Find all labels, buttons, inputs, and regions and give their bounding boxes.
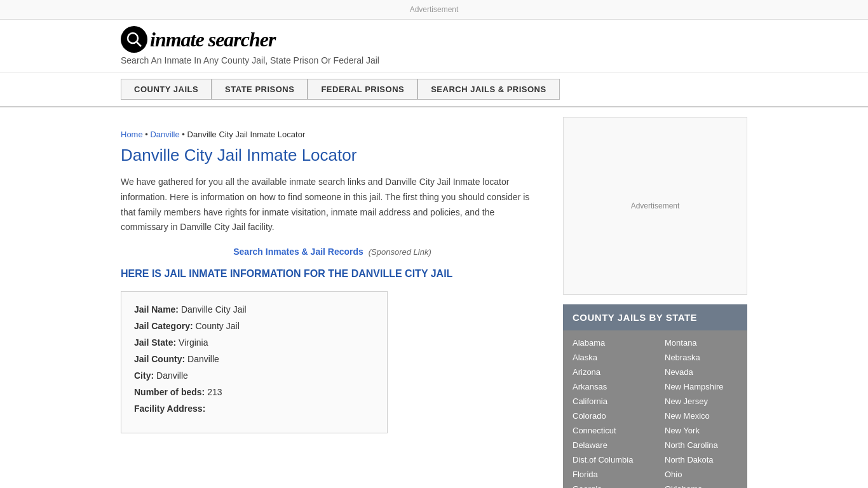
- state-link[interactable]: New York: [655, 423, 747, 438]
- nav: COUNTY JAILS STATE PRISONS FEDERAL PRISO…: [0, 72, 868, 107]
- svg-line-1: [137, 42, 141, 46]
- sidebar: Advertisement COUNTY JAILS BY STATE Alab…: [563, 107, 747, 488]
- state-link[interactable]: Dist.of Columbia: [563, 452, 655, 467]
- state-link[interactable]: North Carolina: [655, 438, 747, 452]
- sidebar-ad-label: Advertisement: [631, 201, 680, 210]
- jail-state-row: Jail State: Virginia: [134, 337, 374, 348]
- state-link[interactable]: Nebraska: [655, 350, 747, 365]
- breadcrumb: Home • Danville • Danville City Jail Inm…: [121, 120, 544, 146]
- breadcrumb-city[interactable]: Danville: [150, 130, 179, 139]
- sponsored-label: (Sponsored Link): [369, 247, 431, 257]
- header: inmate searcher Search An Inmate In Any …: [0, 20, 868, 72]
- state-link[interactable]: Colorado: [563, 409, 655, 423]
- info-box: Jail Name: Danville City Jail Jail Categ…: [121, 291, 388, 433]
- state-link[interactable]: Georgia: [563, 482, 655, 488]
- state-link[interactable]: Nevada: [655, 365, 747, 379]
- logo-icon: [121, 26, 147, 53]
- nav-county-jails[interactable]: COUNTY JAILS: [121, 79, 212, 100]
- jail-county-value: Danville: [187, 354, 219, 364]
- section-heading: HERE IS JAIL INMATE INFORMATION FOR THE …: [121, 268, 544, 280]
- jail-county-row: Jail County: Danville: [134, 354, 374, 364]
- jail-name-label: Jail Name:: [134, 304, 179, 315]
- jail-category-row: Jail Category: County Jail: [134, 321, 374, 331]
- jail-name-value: Danville City Jail: [181, 304, 247, 315]
- beds-label: Number of beds:: [134, 387, 205, 397]
- nav-search-jails[interactable]: SEARCH JAILS & PRISONS: [417, 79, 559, 100]
- description: We have gathered for you all the availab…: [121, 175, 544, 235]
- state-link[interactable]: New Jersey: [655, 394, 747, 409]
- logo-text: inmate searcher: [150, 28, 275, 51]
- main-content: Home • Danville • Danville City Jail Inm…: [121, 107, 544, 488]
- state-link[interactable]: Alabama: [563, 336, 655, 350]
- jail-category-value: County Jail: [195, 321, 239, 331]
- ad-label: Advertisement: [410, 5, 459, 14]
- nav-buttons: COUNTY JAILS STATE PRISONS FEDERAL PRISO…: [121, 79, 747, 100]
- jail-name-row: Jail Name: Danville City Jail: [134, 304, 374, 315]
- beds-row: Number of beds: 213: [134, 387, 374, 397]
- page-title: Danville City Jail Inmate Locator: [121, 146, 544, 165]
- sponsored-link-container: Search Inmates & Jail Records (Sponsored…: [121, 247, 544, 257]
- state-link[interactable]: Connecticut: [563, 423, 655, 438]
- nav-federal-prisons[interactable]: FEDERAL PRISONS: [308, 79, 417, 100]
- states-right-col: MontanaNebraskaNevadaNew HampshireNew Je…: [655, 336, 747, 488]
- jail-category-label: Jail Category:: [134, 321, 193, 331]
- state-box: COUNTY JAILS BY STATE AlabamaAlaskaArizo…: [563, 304, 747, 488]
- sidebar-ad: Advertisement: [563, 117, 747, 295]
- jail-county-label: Jail County:: [134, 354, 185, 364]
- top-ad-banner: Advertisement: [0, 0, 868, 20]
- sponsored-link[interactable]: Search Inmates & Jail Records: [233, 247, 363, 257]
- city-label: City:: [134, 370, 154, 381]
- tagline: Search An Inmate In Any County Jail, Sta…: [121, 55, 747, 65]
- city-row: City: Danville: [134, 370, 374, 381]
- address-row: Facility Address:: [134, 403, 374, 414]
- nav-state-prisons[interactable]: STATE PRISONS: [212, 79, 308, 100]
- address-label: Facility Address:: [134, 403, 205, 414]
- state-link[interactable]: Montana: [655, 336, 747, 350]
- beds-value: 213: [207, 387, 222, 397]
- city-value: Danville: [156, 370, 188, 381]
- logo-brand: inmate searcher: [150, 28, 275, 51]
- states-left-col: AlabamaAlaskaArizonaArkansasCaliforniaCo…: [563, 336, 655, 488]
- state-link[interactable]: Arkansas: [563, 379, 655, 394]
- main-layout: Home • Danville • Danville City Jail Inm…: [0, 107, 868, 488]
- state-link[interactable]: North Dakota: [655, 452, 747, 467]
- state-link[interactable]: Oklahoma: [655, 482, 747, 488]
- state-link[interactable]: Ohio: [655, 467, 747, 482]
- breadcrumb-sep2: •: [182, 130, 187, 139]
- breadcrumb-home[interactable]: Home: [121, 130, 143, 139]
- logo-area: inmate searcher: [121, 26, 747, 53]
- jail-state-value: Virginia: [179, 337, 208, 348]
- breadcrumb-current: Danville City Jail Inmate Locator: [187, 130, 306, 139]
- state-grid: AlabamaAlaskaArizonaArkansasCaliforniaCo…: [563, 330, 747, 488]
- state-link[interactable]: Alaska: [563, 350, 655, 365]
- svg-point-0: [128, 33, 138, 43]
- state-link[interactable]: New Hampshire: [655, 379, 747, 394]
- state-link[interactable]: Florida: [563, 467, 655, 482]
- state-link[interactable]: Delaware: [563, 438, 655, 452]
- state-box-header: COUNTY JAILS BY STATE: [563, 304, 747, 330]
- jail-state-label: Jail State:: [134, 337, 176, 348]
- state-link[interactable]: New Mexico: [655, 409, 747, 423]
- state-link[interactable]: Arizona: [563, 365, 655, 379]
- state-link[interactable]: California: [563, 394, 655, 409]
